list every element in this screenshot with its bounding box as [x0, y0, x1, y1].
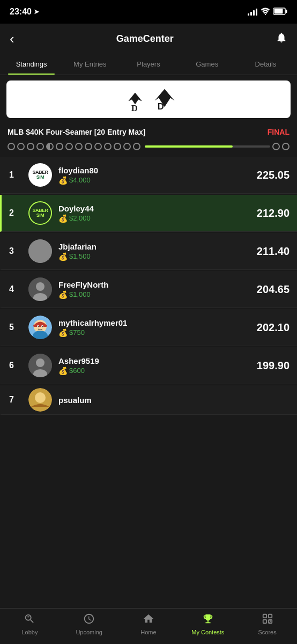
avatar-1: SABER SIM — [28, 163, 52, 187]
player-score-2: 212.90 — [257, 207, 289, 219]
nav-label-upcoming: Upcoming — [76, 629, 102, 635]
my-contests-icon — [202, 613, 214, 627]
svg-point-17 — [42, 326, 43, 327]
player-info-2: Doyley44 💰 $2,000 — [58, 204, 257, 223]
tab-my-entries[interactable]: My Entries — [61, 54, 119, 75]
player-name-1: floydian80 — [58, 166, 257, 175]
upcoming-icon — [83, 613, 95, 627]
rank-5: 5 — [9, 323, 22, 332]
player-prize-6: 💰 $600 — [58, 367, 257, 375]
svg-text:D: D — [131, 103, 138, 113]
svg-point-9 — [36, 282, 44, 291]
table-row[interactable]: 3 Jbjafarian 💰 $1,500 211.40 — [0, 233, 297, 270]
player-name-4: FreeFlyNorth — [58, 280, 257, 289]
home-icon — [143, 613, 154, 627]
svg-rect-25 — [268, 614, 271, 618]
progress-dot-8 — [85, 143, 92, 150]
avatar-3 — [28, 239, 52, 263]
signal-icon — [248, 8, 257, 16]
progress-dot-10 — [104, 143, 112, 150]
rank-2: 2 — [9, 208, 22, 218]
table-row[interactable]: 1 SABER SIM floydian80 💰 $4,000 225.05 — [0, 157, 297, 194]
leaderboard: 1 SABER SIM floydian80 💰 $4,000 225.05 2 — [0, 155, 297, 418]
avatar-6 — [28, 354, 52, 377]
sponsor-banner: D D — [6, 80, 291, 118]
player-info-7: psualum — [58, 396, 289, 405]
lobby-icon — [24, 613, 35, 627]
content-area: D D MLB $40K Four-Seamer [20 Entry Max] … — [0, 80, 297, 461]
nav-item-scores[interactable]: 2 Scores — [237, 613, 297, 635]
contest-info: MLB $40K Four-Seamer [20 Entry Max] FINA… — [0, 123, 297, 141]
player-score-4: 204.65 — [257, 283, 289, 296]
player-info-3: Jbjafarian 💰 $1,500 — [58, 242, 257, 261]
player-name-5: mythicalrhymer01 — [58, 318, 257, 327]
player-score-1: 225.05 — [257, 169, 289, 181]
progress-dot-half — [46, 143, 54, 150]
avatar-4 — [28, 277, 52, 301]
svg-point-16 — [38, 326, 39, 327]
avatar-5 — [28, 316, 52, 339]
svg-rect-2 — [274, 9, 283, 13]
progress-bar — [145, 145, 270, 148]
svg-point-20 — [36, 358, 44, 367]
status-icons — [248, 8, 287, 17]
table-row[interactable]: 2 SABER SIM Doyley44 💰 $2,000 212.90 — [0, 195, 297, 232]
progress-dot-9 — [94, 143, 102, 150]
bell-icon[interactable] — [276, 32, 287, 46]
tab-details[interactable]: Details — [236, 54, 295, 75]
progress-dot-13 — [133, 143, 140, 150]
tab-players[interactable]: Players — [119, 54, 177, 75]
nav-item-home[interactable]: Home — [119, 613, 179, 635]
table-row[interactable]: 5 — [0, 309, 297, 346]
progress-dot-12 — [123, 143, 131, 150]
nav-label-scores: Scores — [258, 629, 276, 635]
player-prize-5: 💰 $750 — [58, 328, 257, 337]
svg-rect-24 — [263, 614, 266, 618]
player-info-6: Asher9519 💰 $600 — [58, 356, 257, 375]
nav-label-home: Home — [140, 629, 156, 635]
svg-text:D: D — [158, 101, 164, 111]
table-row[interactable]: 6 Asher9519 💰 $600 199.90 — [0, 347, 297, 384]
progress-row — [0, 141, 297, 155]
player-prize-3: 💰 $1,500 — [58, 252, 257, 261]
back-button[interactable]: ‹ — [10, 31, 14, 47]
contest-status: FINAL — [268, 128, 289, 136]
progress-fill — [145, 145, 233, 148]
svg-rect-13 — [33, 325, 47, 327]
player-score-5: 202.10 — [257, 321, 289, 334]
svg-rect-3 — [286, 10, 287, 13]
rank-1: 1 — [9, 170, 22, 180]
header: ‹ GameCenter — [0, 24, 297, 54]
tab-standings[interactable]: Standings — [2, 54, 61, 75]
progress-dot-7 — [75, 143, 83, 150]
progress-dot-11 — [114, 143, 121, 150]
nav-item-lobby[interactable]: Lobby — [0, 613, 60, 635]
player-prize-4: 💰 $1,000 — [58, 290, 257, 299]
progress-dot-15 — [282, 143, 289, 150]
player-info-5: mythicalrhymer01 💰 $750 — [58, 318, 257, 337]
scores-icon: 2 — [262, 613, 273, 627]
svg-point-0 — [265, 13, 266, 14]
player-info-4: FreeFlyNorth 💰 $1,000 — [58, 280, 257, 299]
player-name-2: Doyley44 — [58, 204, 257, 213]
table-row[interactable]: 7 psualum — [0, 385, 297, 415]
nav-item-upcoming[interactable]: Upcoming — [60, 613, 119, 635]
nav-label-lobby: Lobby — [21, 629, 38, 635]
player-score-3: 211.40 — [257, 245, 289, 258]
table-row[interactable]: 4 FreeFlyNorth 💰 $1,000 204.65 — [0, 271, 297, 308]
player-score-6: 199.90 — [257, 360, 289, 372]
svg-point-23 — [35, 392, 46, 403]
battery-icon — [273, 8, 287, 17]
nav-item-my-contests[interactable]: My Contests — [178, 613, 237, 635]
player-prize-1: 💰 $4,000 — [58, 176, 257, 185]
contest-name: MLB $40K Four-Seamer [20 Entry Max] — [8, 128, 146, 136]
player-name-3: Jbjafarian — [58, 242, 257, 251]
rank-6: 6 — [9, 361, 22, 370]
page-title: GameCenter — [116, 33, 174, 45]
progress-dot-2 — [17, 143, 25, 150]
bottom-nav: Lobby Upcoming Home My Contests — [0, 608, 297, 644]
tab-games[interactable]: Games — [178, 54, 236, 75]
progress-dot-6 — [65, 143, 73, 150]
progress-dot-14 — [272, 143, 280, 150]
svg-point-7 — [28, 239, 52, 263]
